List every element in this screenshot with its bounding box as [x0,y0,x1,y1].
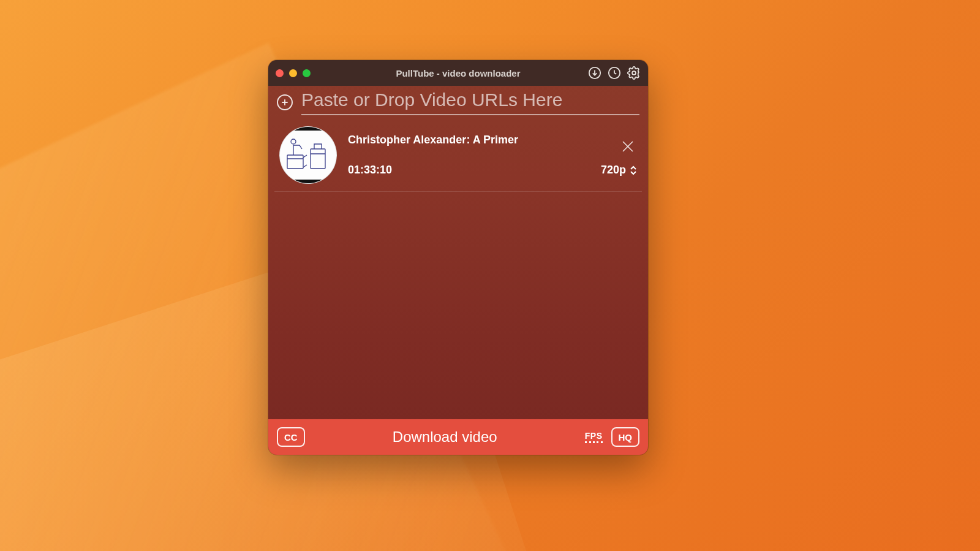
window-minimize-button[interactable] [289,69,297,77]
video-duration: 01:33:10 [348,164,392,177]
cc-label: CC [284,432,298,443]
stepper-icon [630,165,637,176]
quality-selector[interactable]: 720p [601,164,637,177]
video-meta: 01:33:10 720p [348,164,637,177]
footer-center: Download video [314,428,576,446]
titlebar-actions [588,66,641,80]
download-button[interactable]: Download video [393,428,497,445]
cc-button[interactable]: CC [277,427,305,447]
video-thumbnail [279,126,337,184]
quality-value: 720p [601,164,626,177]
video-title: Christopher Alexander: A Primer [348,134,637,146]
app-window: PullTube - video downloader [268,60,648,455]
hq-label: HQ [619,432,633,443]
downloads-icon[interactable] [588,66,601,80]
window-titlebar: PullTube - video downloader [268,60,648,86]
url-input[interactable] [301,89,639,110]
fps-button[interactable]: FPS [585,431,603,443]
add-url-button[interactable] [277,94,293,110]
footer-right: FPS HQ [585,427,639,447]
close-icon [620,139,635,154]
footer-bar: CC Download video FPS HQ [268,419,648,455]
svg-point-2 [632,71,636,75]
video-list: Christopher Alexander: A Primer 01:33:10… [268,116,648,192]
video-item: Christopher Alexander: A Primer 01:33:10… [274,120,642,192]
url-input-row [268,86,648,116]
svg-rect-3 [287,155,303,169]
url-input-container [301,89,639,115]
window-controls [276,69,311,77]
window-zoom-button[interactable] [303,69,311,77]
svg-point-4 [291,139,296,144]
settings-icon[interactable] [627,66,641,80]
window-close-button[interactable] [276,69,284,77]
hq-button[interactable]: HQ [611,427,640,447]
history-icon[interactable] [608,66,621,80]
svg-rect-5 [311,149,325,169]
remove-item-button[interactable] [619,137,637,156]
video-item-main: Christopher Alexander: A Primer 01:33:10… [348,134,637,177]
